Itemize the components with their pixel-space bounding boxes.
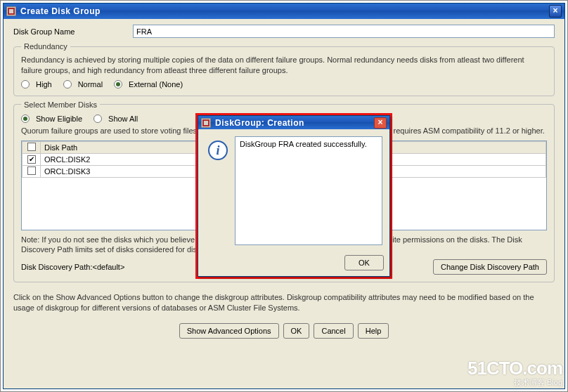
- help-button[interactable]: Help: [358, 323, 389, 339]
- footer-text: Click on the Show Advanced Options butto…: [13, 292, 555, 313]
- discovery-path-label: Disk Discovery Path:<default>: [21, 263, 124, 271]
- close-icon[interactable]: ×: [549, 5, 562, 18]
- radio-external[interactable]: [114, 80, 122, 89]
- redundancy-legend: Redundancy: [21, 42, 70, 51]
- radio-high[interactable]: [21, 80, 30, 89]
- footer-buttons: Show Advanced Options OK Cancel Help: [13, 323, 555, 339]
- header-check[interactable]: [22, 141, 41, 153]
- show-advanced-button[interactable]: Show Advanced Options: [179, 323, 279, 339]
- modal-title: DiskGroup: Creation: [215, 118, 374, 128]
- redundancy-group: Redundancy Redundancy is achieved by sto…: [13, 42, 555, 96]
- radio-high-label[interactable]: High: [36, 80, 52, 89]
- app-icon: [6, 6, 16, 16]
- radio-show-eligible[interactable]: [21, 115, 30, 123]
- ok-button[interactable]: OK: [283, 323, 310, 339]
- modal-close-icon[interactable]: ×: [374, 117, 387, 129]
- radio-show-all-label[interactable]: Show All: [108, 115, 138, 123]
- redundancy-options: High Normal External (None): [21, 80, 547, 89]
- radio-normal[interactable]: [63, 80, 72, 89]
- member-disks-legend: Select Member Disks: [21, 100, 100, 109]
- cancel-button[interactable]: Cancel: [314, 323, 353, 339]
- change-discovery-path-button[interactable]: Change Disk Discovery Path: [433, 259, 547, 275]
- row-check-0[interactable]: [27, 155, 36, 164]
- radio-show-eligible-label[interactable]: Show Eligible: [36, 115, 82, 123]
- row-check-1[interactable]: [27, 166, 36, 175]
- radio-show-all[interactable]: [93, 115, 102, 123]
- modal-ok-button[interactable]: OK: [344, 255, 384, 270]
- modal-message: DiskGroup FRA created successfully.: [240, 140, 367, 148]
- radio-normal-label[interactable]: Normal: [78, 80, 103, 89]
- info-icon: i: [208, 141, 228, 160]
- check-all[interactable]: [27, 143, 36, 151]
- main-titlebar: Create Disk Group ×: [4, 4, 564, 19]
- modal-footer: OK: [198, 252, 389, 276]
- redundancy-desc: Redundancy is achieved by storing multip…: [21, 55, 547, 76]
- radio-external-label[interactable]: External (None): [129, 80, 183, 89]
- disk-group-name-input[interactable]: [133, 25, 555, 38]
- disk-group-name-label: Disk Group Name: [13, 27, 126, 36]
- disk-group-name-row: Disk Group Name: [13, 25, 555, 38]
- modal-message-box: DiskGroup FRA created successfully.: [235, 136, 382, 245]
- modal-body: i DiskGroup FRA created successfully.: [198, 129, 389, 252]
- modal-app-icon: [201, 118, 211, 128]
- modal-titlebar: DiskGroup: Creation ×: [198, 116, 389, 129]
- creation-dialog: DiskGroup: Creation × i DiskGroup FRA cr…: [198, 115, 390, 277]
- window-title: Create Disk Group: [20, 6, 549, 16]
